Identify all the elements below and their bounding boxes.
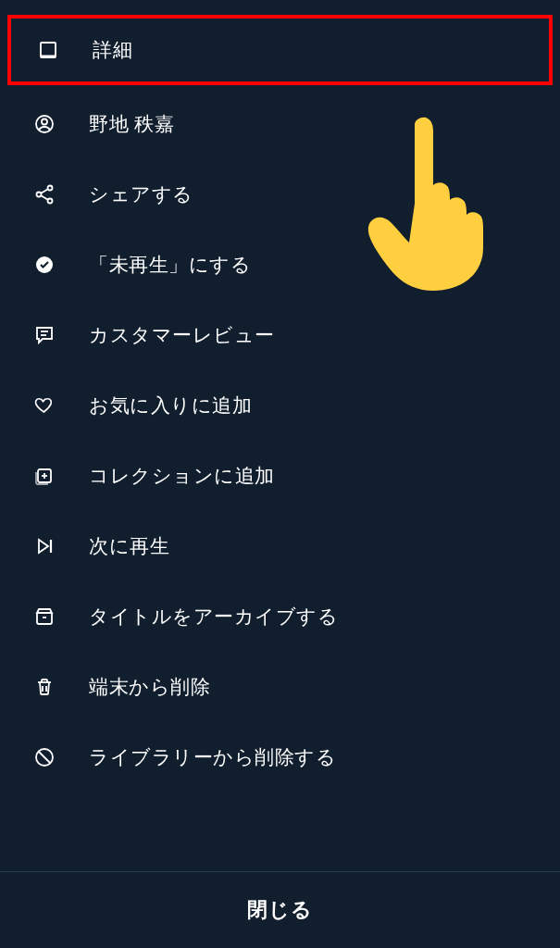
menu-item-label: 野地 秩嘉 — [89, 111, 174, 137]
menu-item-label: 次に再生 — [89, 533, 169, 559]
svg-point-4 — [48, 186, 53, 191]
play-next-icon — [33, 535, 56, 557]
menu-item-details[interactable]: 詳細 — [7, 15, 553, 85]
svg-point-3 — [42, 119, 47, 125]
archive-icon — [33, 605, 56, 628]
menu-item-delete-device[interactable]: 端末から削除 — [0, 652, 560, 722]
menu-item-label: 詳細 — [93, 37, 132, 63]
svg-point-6 — [48, 199, 53, 204]
review-icon — [33, 324, 56, 346]
close-button-label: 閉じる — [247, 898, 313, 921]
check-circle-icon — [33, 254, 56, 276]
svg-point-5 — [37, 193, 42, 197]
menu-item-label: タイトルをアーカイブする — [89, 604, 338, 630]
share-icon — [33, 183, 56, 206]
person-icon — [33, 113, 56, 135]
menu-item-play-next[interactable]: 次に再生 — [0, 511, 560, 581]
close-button[interactable]: 閉じる — [0, 871, 560, 948]
menu-item-label: カスタマーレビュー — [89, 322, 275, 348]
svg-line-8 — [41, 195, 48, 199]
trash-icon — [33, 676, 56, 698]
menu-item-archive[interactable]: タイトルをアーカイブする — [0, 581, 560, 652]
menu-item-add-collection[interactable]: コレクションに追加 — [0, 441, 560, 511]
menu-item-label: 端末から削除 — [89, 674, 210, 700]
context-menu: 詳細 野地 秩嘉 シェアする 「未再生」にする カスタマーレビュー お気に入りに… — [0, 0, 560, 792]
menu-item-label: ライブラリーから削除する — [89, 744, 336, 770]
menu-item-label: お気に入りに追加 — [89, 393, 252, 418]
svg-line-20 — [39, 752, 51, 764]
window-icon — [37, 39, 59, 61]
menu-item-mark-unplayed[interactable]: 「未再生」にする — [0, 230, 560, 300]
menu-item-label: コレクションに追加 — [89, 463, 275, 489]
menu-item-share[interactable]: シェアする — [0, 159, 560, 230]
menu-item-reviews[interactable]: カスタマーレビュー — [0, 300, 560, 370]
collection-add-icon — [33, 465, 56, 487]
menu-item-label: シェアする — [89, 181, 193, 207]
svg-line-7 — [41, 189, 48, 193]
menu-item-author[interactable]: 野地 秩嘉 — [0, 89, 560, 159]
menu-item-label: 「未再生」にする — [89, 252, 251, 278]
menu-item-favorite[interactable]: お気に入りに追加 — [0, 370, 560, 441]
heart-icon — [33, 394, 56, 417]
menu-item-delete-library[interactable]: ライブラリーから削除する — [0, 722, 560, 792]
prohibit-icon — [33, 746, 56, 768]
